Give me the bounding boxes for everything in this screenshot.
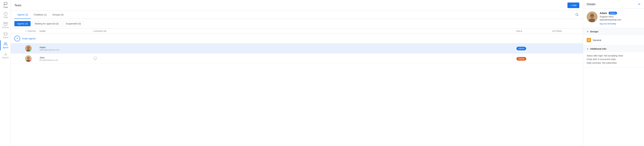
sidebar-label-reports: Reports — [2, 57, 8, 58]
col-checkbox — [14, 30, 25, 32]
svg-point-5 — [4, 42, 6, 44]
role-cell: Owner — [516, 57, 552, 60]
table-row[interactable]: John john@shopshop.com Owner — [11, 54, 583, 64]
info-row-chats: Chats limit: 6 concurrent chats — [587, 58, 640, 60]
sidebar: Chats Traffic Archives Tickets Agents Re… — [0, 0, 11, 146]
role-badge-owner: Owner — [516, 57, 526, 60]
profile-status-dot — [595, 20, 597, 22]
profile-role: Support Hero — [600, 15, 640, 18]
agent-email: adam@shopshop.com — [40, 49, 59, 51]
tabs-row: Agents (3) Chatbots (1) Groups (3) — [11, 11, 583, 19]
row-status — [25, 45, 40, 52]
invite-agents-link[interactable]: Invite Agents — [22, 37, 36, 40]
status-dot-offline — [30, 60, 32, 62]
agents-table: ▼ STATUS NAME LOGGED ON ROLE ACTIONS + I… — [11, 28, 583, 146]
sidebar-label-tickets: Tickets — [3, 36, 8, 38]
col-status: ▼ STATUS — [25, 30, 40, 32]
agent-info: Adam adam@shopshop.com — [40, 46, 59, 51]
svg-point-23 — [591, 15, 592, 16]
additional-info-chevron: ▼ — [587, 48, 589, 50]
groups-section: ▼ Groups G General — [583, 28, 644, 45]
sub-tab-waiting[interactable]: Waiting for approval (0) — [32, 21, 62, 26]
group-item: G General — [587, 37, 640, 43]
group-badge: G — [587, 38, 591, 42]
svg-point-15 — [27, 57, 30, 60]
tab-chatbots[interactable]: Chatbots (1) — [31, 11, 50, 19]
main-content: Team + Add Agents (3) Chatbots (1) Group… — [11, 0, 583, 146]
details-panel: Details ✏ Adam Admin Support Hero adam@s… — [583, 0, 644, 146]
logout-link[interactable]: log out remotely — [600, 22, 616, 25]
table-row[interactable]: Adam adam@shopshop.com Admin — [11, 43, 583, 54]
details-header: Details ✏ — [583, 0, 644, 9]
details-title: Details — [587, 3, 596, 6]
sub-tab-suspended[interactable]: Suspended (0) — [63, 21, 84, 26]
add-button[interactable]: + Add — [568, 2, 579, 8]
groups-content: G General — [583, 35, 644, 45]
col-actions: ACTIONS — [552, 30, 579, 32]
info-label-status: Status after login: — [587, 54, 604, 57]
additional-info-title: Additional info — [590, 48, 606, 50]
agent-name: Adam — [40, 46, 59, 49]
profile-name: Adam — [600, 12, 607, 14]
tab-agents[interactable]: Agents (3) — [14, 11, 31, 19]
role-cell: Admin — [516, 47, 552, 50]
groups-title: Groups — [590, 30, 598, 33]
sidebar-item-chats[interactable]: Chats — [0, 0, 10, 10]
profile-email: adam@shopshop.com — [600, 18, 640, 21]
sidebar-label-agents: Agents — [3, 46, 8, 48]
monitor-icon — [94, 57, 97, 60]
agent-email: john@shopshop.com — [40, 59, 58, 61]
profile-info: Adam Admin Support Hero adam@shopshop.co… — [600, 12, 640, 25]
info-value-chats: 6 concurrent chats — [598, 58, 616, 60]
sidebar-item-agents[interactable]: Agents — [0, 40, 10, 50]
group-name: General — [593, 39, 601, 42]
role-badge-admin: Admin — [516, 47, 526, 50]
sidebar-item-traffic[interactable]: Traffic — [0, 10, 10, 20]
info-label-chats: Chats limit: — [587, 58, 598, 60]
sub-tabs-row: Agents (3) Waiting for approval (0) Susp… — [11, 19, 583, 28]
col-logged-on: LOGGED ON — [94, 30, 516, 32]
sidebar-item-archives[interactable]: Archives — [0, 20, 10, 30]
row-status — [25, 56, 40, 62]
svg-point-24 — [592, 15, 593, 16]
agent-name: John — [40, 56, 58, 59]
groups-section-header[interactable]: ▼ Groups — [583, 28, 644, 35]
invite-row: + Invite Agents — [11, 34, 583, 43]
info-row-daily: Daily summary: Not subscribed — [587, 62, 640, 64]
sidebar-label-traffic: Traffic — [3, 16, 8, 18]
invite-add-circle[interactable]: + — [14, 36, 20, 41]
info-label-daily: Daily summary: — [587, 62, 602, 64]
svg-point-21 — [590, 14, 594, 18]
profile-name-row: Adam Admin — [600, 12, 640, 14]
agent-profile: Adam Admin Support Hero adam@shopshop.co… — [583, 9, 644, 28]
main-tabs: Agents (3) Chatbots (1) Groups (3) — [14, 11, 66, 19]
sidebar-label-archives: Archives — [2, 26, 9, 28]
svg-rect-3 — [4, 22, 7, 23]
edit-button[interactable]: ✏ — [638, 2, 640, 6]
page-header: Team + Add — [11, 0, 583, 11]
page-title: Team — [14, 4, 22, 7]
info-value-status: Not accepting chats — [604, 54, 623, 57]
additional-info-header[interactable]: ▼ Additional info — [583, 45, 644, 52]
col-name: NAME — [40, 30, 94, 32]
sidebar-item-tickets[interactable]: Tickets — [0, 30, 10, 40]
sidebar-item-reports[interactable]: Reports — [0, 50, 10, 60]
search-button[interactable] — [575, 12, 579, 18]
svg-line-10 — [578, 15, 578, 16]
additional-info-content: Status after login: Not accepting chats … — [583, 52, 644, 68]
agent-cell: Adam adam@shopshop.com — [40, 46, 94, 51]
col-role: ROLE — [516, 30, 552, 32]
svg-point-12 — [27, 46, 30, 49]
svg-rect-17 — [94, 57, 97, 59]
agent-info: John john@shopshop.com — [40, 56, 58, 61]
admin-badge: Admin — [608, 12, 617, 14]
additional-info-section: ▼ Additional info Status after login: No… — [583, 45, 644, 68]
info-row-status: Status after login: Not accepting chats — [587, 54, 640, 57]
svg-point-9 — [576, 13, 578, 16]
info-value-daily: Not subscribed — [602, 62, 616, 64]
sub-tab-agents[interactable]: Agents (3) — [14, 21, 30, 26]
sidebar-label-chats: Chats — [3, 6, 8, 8]
tab-groups[interactable]: Groups (3) — [50, 11, 66, 19]
status-dot-online — [30, 50, 32, 52]
table-header: ▼ STATUS NAME LOGGED ON ROLE ACTIONS — [11, 28, 583, 34]
